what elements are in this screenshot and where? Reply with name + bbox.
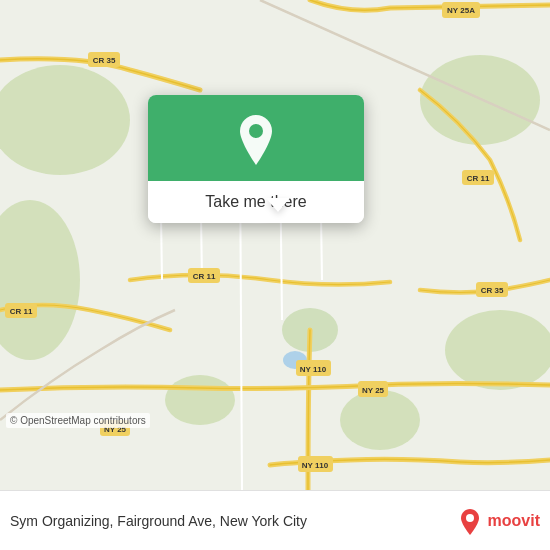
- svg-text:CR 35: CR 35: [93, 56, 116, 65]
- location-text: Sym Organizing, Fairground Ave, New York…: [10, 513, 448, 529]
- popup-triangle: [266, 198, 290, 212]
- svg-text:NY 25: NY 25: [362, 386, 385, 395]
- moovit-pin-icon: [456, 507, 484, 535]
- svg-point-6: [165, 375, 235, 425]
- location-pin-icon: [234, 113, 278, 167]
- svg-point-4: [445, 310, 550, 390]
- popup-card: Take me there: [148, 95, 364, 223]
- svg-text:CR 11: CR 11: [10, 307, 33, 316]
- svg-point-5: [340, 390, 420, 450]
- svg-text:CR 35: CR 35: [481, 286, 504, 295]
- svg-text:CR 11: CR 11: [467, 174, 490, 183]
- svg-text:NY 110: NY 110: [300, 365, 327, 374]
- svg-point-30: [249, 124, 263, 138]
- moovit-brand-text: moovit: [488, 512, 540, 530]
- moovit-logo: moovit: [456, 507, 540, 535]
- map-container: NY 25A CR 35 CR 11 CR 11 CR 11 CR 35 NY …: [0, 0, 550, 490]
- svg-text:NY 25A: NY 25A: [447, 6, 475, 15]
- bottom-bar: Sym Organizing, Fairground Ave, New York…: [0, 490, 550, 550]
- svg-point-3: [420, 55, 540, 145]
- take-me-there-button[interactable]: Take me there: [148, 181, 364, 223]
- osm-attribution: © OpenStreetMap contributors: [6, 413, 150, 428]
- svg-text:NY 110: NY 110: [302, 461, 329, 470]
- svg-text:CR 11: CR 11: [193, 272, 216, 281]
- svg-point-31: [466, 514, 474, 522]
- popup-green-area: [148, 95, 364, 181]
